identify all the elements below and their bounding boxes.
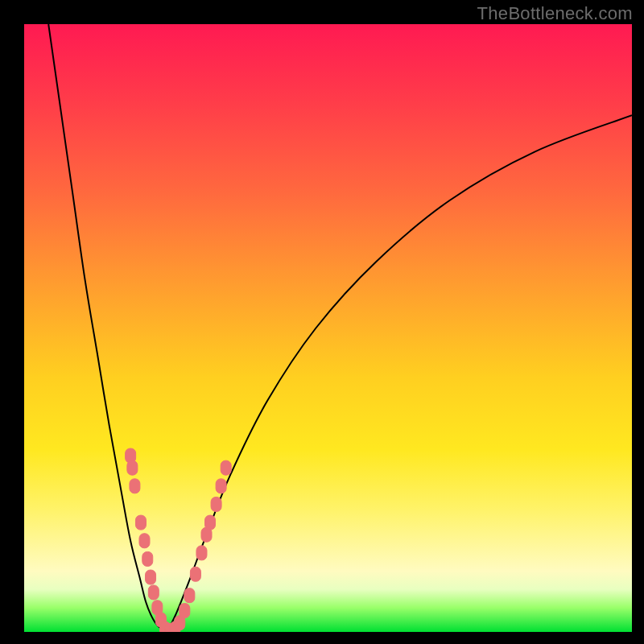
chart-svg: [24, 24, 632, 632]
data-marker: [135, 515, 146, 530]
curve-right-branch: [167, 115, 632, 632]
watermark-text: TheBottleneck.com: [477, 3, 633, 24]
data-marker: [216, 479, 226, 493]
data-marker: [139, 534, 150, 548]
data-marker: [205, 515, 216, 530]
data-marker: [148, 585, 159, 600]
data-marker: [190, 567, 200, 581]
marker-group: [126, 448, 232, 632]
data-marker: [196, 546, 207, 560]
data-marker: [221, 460, 231, 475]
chart-frame: TheBottleneck.com: [0, 0, 644, 644]
data-marker: [211, 497, 221, 511]
data-marker: [180, 604, 190, 618]
data-marker: [130, 479, 140, 493]
data-marker: [142, 551, 153, 566]
data-marker: [127, 460, 138, 475]
data-marker: [146, 570, 156, 584]
data-marker: [184, 588, 195, 603]
plot-area: [24, 24, 632, 632]
